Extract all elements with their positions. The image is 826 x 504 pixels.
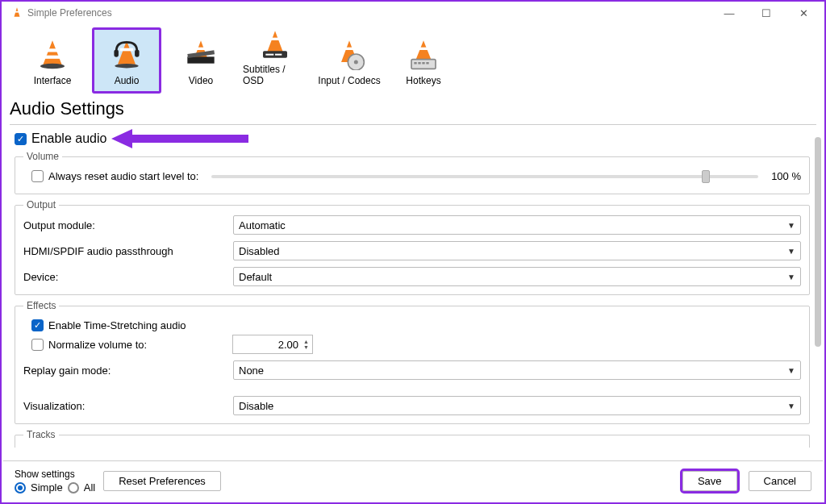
reset-preferences-button[interactable]: Reset Preferences: [103, 471, 221, 491]
tab-video[interactable]: Video: [166, 27, 236, 94]
tab-codecs[interactable]: Input / Codecs: [315, 27, 384, 94]
category-toolbar: Interface Audio Video Subtitles / OSD In…: [2, 24, 824, 97]
volume-slider[interactable]: [211, 175, 758, 178]
svg-point-10: [115, 64, 138, 69]
subtitle-cone-icon: [257, 28, 293, 60]
svg-rect-7: [120, 48, 134, 52]
svg-rect-21: [343, 48, 357, 50]
output-module-label: Output module:: [23, 219, 225, 231]
tab-label: Input / Codecs: [318, 75, 380, 86]
chevron-down-icon: ▼: [787, 273, 795, 281]
radio-all[interactable]: [68, 482, 79, 494]
cancel-button[interactable]: Cancel: [749, 471, 811, 491]
volume-level-value: 100 %: [771, 170, 801, 182]
slider-thumb[interactable]: [702, 170, 710, 183]
enable-audio-label: Enable audio: [31, 131, 106, 146]
clapper-cone-icon: [183, 36, 219, 72]
passthrough-select[interactable]: Disabled▼: [233, 241, 801, 260]
tab-label: Interface: [34, 75, 72, 86]
chevron-down-icon: ▼: [787, 221, 795, 230]
svg-rect-19: [275, 54, 282, 56]
effects-legend: Effects: [23, 300, 59, 311]
keyboard-cone-icon: [406, 36, 441, 72]
spin-down-icon[interactable]: ▼: [303, 344, 309, 350]
viz-label: Visualization:: [23, 400, 225, 412]
footer: Show settings Simple All Reset Preferenc…: [3, 460, 823, 501]
svg-rect-9: [135, 50, 140, 57]
page-title: Audio Settings: [2, 97, 824, 124]
svg-rect-13: [187, 56, 214, 63]
output-group: Output Output module: Automatic▼ HDMI/SP…: [15, 199, 810, 295]
tab-label: Audio: [115, 75, 140, 86]
tab-label: Subtitles / OSD: [243, 64, 307, 86]
title-bar: Simple Preferences — ☐ ✕: [2, 2, 824, 24]
select-value: Default: [239, 271, 272, 283]
svg-rect-30: [426, 62, 428, 65]
maximize-button[interactable]: ☐: [755, 7, 778, 19]
tab-subtitles[interactable]: Subtitles / OSD: [240, 27, 310, 94]
svg-marker-31: [111, 129, 248, 148]
radio-simple[interactable]: [15, 482, 26, 494]
svg-rect-4: [44, 56, 60, 59]
svg-rect-28: [418, 62, 420, 65]
passthrough-label: HDMI/SPDIF audio passthrough: [23, 245, 225, 257]
svg-marker-15: [267, 31, 283, 52]
select-value: Automatic: [239, 219, 286, 231]
svg-point-23: [354, 60, 358, 65]
volume-group: Volume Always reset audio start level to…: [15, 151, 810, 194]
scrollbar-thumb[interactable]: [815, 137, 821, 347]
disc-cone-icon: [332, 36, 367, 72]
save-button[interactable]: Save: [682, 471, 737, 491]
radio-simple-label: Simple: [31, 481, 63, 494]
timestretch-checkbox[interactable]: ✓: [31, 319, 44, 331]
cone-icon: [35, 36, 70, 72]
svg-rect-1: [15, 10, 19, 12]
chevron-down-icon: ▼: [787, 402, 795, 410]
vlc-icon: [11, 6, 23, 20]
tracks-legend: Tracks: [23, 429, 59, 440]
svg-marker-24: [415, 40, 432, 60]
reset-level-checkbox[interactable]: [31, 170, 44, 182]
headphones-cone-icon: [109, 36, 144, 72]
select-value: Disable: [239, 400, 273, 412]
svg-rect-3: [46, 48, 60, 52]
minimize-button[interactable]: —: [718, 7, 740, 19]
enable-audio-checkbox[interactable]: ✓: [15, 133, 27, 145]
device-label: Device:: [23, 271, 225, 283]
vertical-scrollbar[interactable]: [815, 134, 821, 452]
normalize-checkbox[interactable]: [31, 339, 44, 351]
svg-rect-25: [417, 48, 431, 50]
device-select[interactable]: Default▼: [233, 267, 801, 286]
tab-hotkeys[interactable]: Hotkeys: [389, 27, 458, 94]
svg-rect-18: [265, 54, 273, 56]
select-value: None: [239, 364, 264, 377]
svg-rect-12: [194, 48, 208, 50]
tab-interface[interactable]: Interface: [18, 27, 87, 94]
svg-marker-2: [43, 40, 61, 65]
spin-up-icon[interactable]: ▲: [303, 339, 309, 344]
effects-group: Effects ✓ Enable Time-Stretching audio N…: [15, 300, 810, 424]
settings-content: ✓ Enable audio Volume Always reset audio…: [2, 125, 824, 448]
tracks-group: Tracks Preferred audio language:: [15, 429, 810, 448]
svg-rect-8: [114, 50, 119, 57]
normalize-spinner[interactable]: 2.00 ▲▼: [232, 335, 313, 354]
viz-select[interactable]: Disable▼: [233, 396, 801, 415]
output-module-select[interactable]: Automatic▼: [233, 215, 801, 235]
replay-select[interactable]: None▼: [233, 360, 801, 380]
svg-rect-16: [269, 38, 282, 40]
reset-level-label: Always reset audio start level to:: [48, 170, 198, 182]
chevron-down-icon: ▼: [787, 247, 795, 256]
tab-audio[interactable]: Audio: [92, 27, 161, 94]
svg-point-5: [40, 64, 65, 69]
tab-label: Hotkeys: [406, 75, 440, 86]
svg-rect-29: [422, 62, 424, 65]
timestretch-label: Enable Time-Stretching audio: [48, 319, 186, 331]
select-value: Disabled: [239, 245, 280, 257]
window-title: Simple Preferences: [27, 7, 112, 19]
replay-label: Replay gain mode:: [23, 364, 225, 377]
radio-all-label: All: [84, 481, 95, 494]
close-button[interactable]: ✕: [792, 7, 815, 19]
annotation-arrow-icon: [111, 129, 248, 148]
tab-label: Video: [189, 75, 213, 86]
output-legend: Output: [23, 199, 59, 210]
